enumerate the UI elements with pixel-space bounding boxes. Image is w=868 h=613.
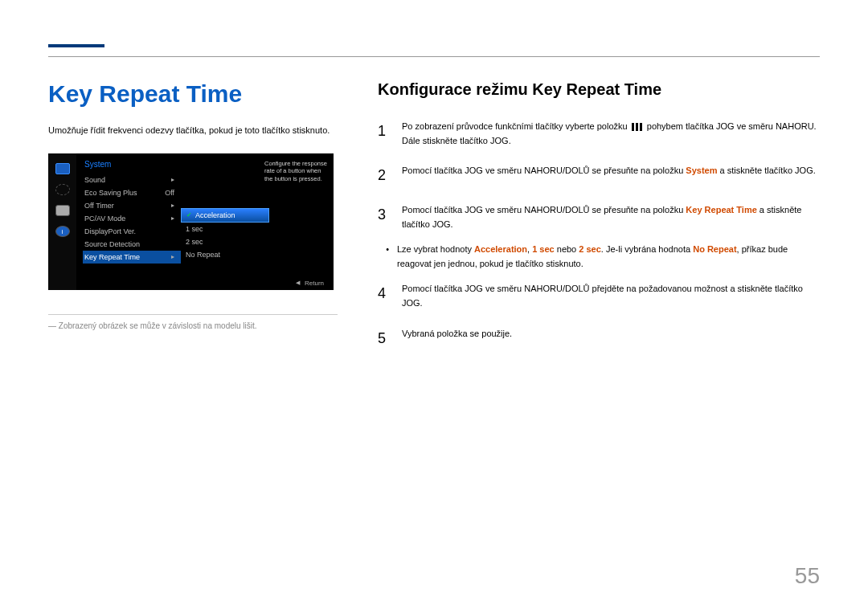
step-5: 5 Vybraná položka se použije.	[378, 327, 820, 350]
menu-icon	[632, 123, 643, 131]
section-title: Konfigurace režimu Key Repeat Time	[378, 80, 820, 99]
osd-menu: System Sound▸ Eco Saving PlusOff Off Tim…	[76, 153, 181, 290]
info-icon: i	[55, 226, 70, 237]
page-title: Key Repeat Time	[48, 80, 338, 108]
osd-screenshot: i System Sound▸ Eco Saving PlusOff Off T…	[48, 153, 334, 290]
highlight-krt: Key Repeat Time	[686, 205, 756, 215]
footnote-divider	[48, 314, 338, 315]
page-number: 55	[795, 563, 820, 589]
osd-return: Return	[305, 280, 324, 287]
chevron-right-icon: ▸	[171, 202, 174, 210]
osd-item-sound: Sound	[84, 176, 105, 184]
chevron-right-icon: ▸	[171, 215, 174, 223]
step-number: 1	[378, 120, 389, 148]
osd-item-eco-val: Off	[165, 189, 174, 197]
footnote: ― Zobrazený obrázek se může v závislosti…	[48, 321, 338, 330]
intro-text: Umožňuje řídit frekvenci odezvy tlačítka…	[48, 124, 338, 137]
osd-sidebar: i	[48, 153, 76, 290]
left-column: Key Repeat Time Umožňuje řídit frekvenci…	[48, 80, 338, 366]
osd-footer: ◀Return	[296, 280, 324, 287]
top-rule	[48, 56, 820, 57]
osd-item-offtimer: Off Timer	[84, 202, 114, 210]
triangle-left-icon: ◀	[296, 280, 300, 286]
osd-sub-1sec: 1 sec	[181, 223, 269, 235]
osd-submenu: ✓Acceleration 1 sec 2 sec No Repeat	[181, 153, 269, 290]
osd-header: System	[84, 160, 181, 169]
right-column: Konfigurace režimu Key Repeat Time 1 Po …	[378, 80, 820, 366]
step-number: 2	[378, 164, 389, 187]
osd-item-srcdet: Source Detection	[84, 240, 140, 248]
bullet-note: • Lze vybrat hodnoty Acceleration, 1 sec…	[378, 243, 820, 271]
step-number: 3	[378, 203, 389, 231]
gear-icon	[55, 205, 70, 216]
osd-item-eco: Eco Saving Plus	[84, 189, 137, 197]
osd-sub-norep: No Repeat	[181, 248, 269, 261]
osd-description: Configure the response rate of a button …	[264, 160, 327, 183]
osd-item-krt: Key Repeat Time	[84, 253, 140, 261]
picture-icon	[55, 163, 70, 174]
check-icon: ✓	[186, 211, 192, 219]
step-1: 1 Po zobrazení průvodce funkčními tlačít…	[378, 120, 820, 148]
osd-item-dpver: DisplayPort Ver.	[84, 227, 136, 235]
osd-item-pcav: PC/AV Mode	[84, 215, 125, 223]
step-number: 5	[378, 327, 389, 350]
chevron-right-icon: ▸	[171, 176, 174, 184]
osd-sub-accel: Acceleration	[195, 211, 235, 219]
step-3: 3 Pomocí tlačítka JOG ve směru NAHORU/DO…	[378, 203, 820, 231]
step-4: 4 Pomocí tlačítka JOG ve směru NAHORU/DO…	[378, 282, 820, 310]
brightness-icon	[55, 184, 70, 195]
highlight-system: System	[686, 166, 717, 175]
step-2: 2 Pomocí tlačítka JOG ve směru NAHORU/DO…	[378, 164, 820, 187]
step-number: 4	[378, 282, 389, 310]
chevron-right-icon: ▸	[171, 253, 174, 261]
osd-sub-2sec: 2 sec	[181, 235, 269, 248]
accent-bar	[48, 44, 104, 47]
